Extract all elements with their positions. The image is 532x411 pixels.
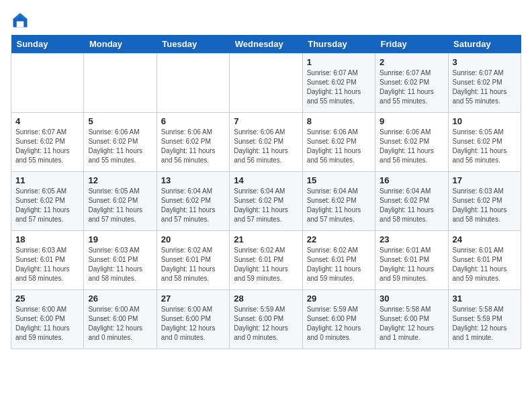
day-detail: Sunrise: 6:06 AM Sunset: 6:02 PM Dayligh… — [380, 128, 434, 164]
day-cell: 8Sunrise: 6:06 AM Sunset: 6:02 PM Daylig… — [302, 113, 375, 172]
day-cell: 7Sunrise: 6:06 AM Sunset: 6:02 PM Daylig… — [230, 113, 302, 172]
day-detail: Sunrise: 6:07 AM Sunset: 6:02 PM Dayligh… — [307, 69, 361, 105]
day-cell: 19Sunrise: 6:03 AM Sunset: 6:01 PM Dayli… — [84, 231, 157, 290]
day-detail: Sunrise: 6:00 AM Sunset: 6:00 PM Dayligh… — [15, 306, 70, 341]
day-number: 31 — [453, 293, 517, 304]
day-detail: Sunrise: 5:58 AM Sunset: 6:00 PM Dayligh… — [380, 306, 434, 341]
day-number: 27 — [161, 293, 225, 304]
day-detail: Sunrise: 5:58 AM Sunset: 5:59 PM Dayligh… — [453, 306, 507, 341]
header-cell-sunday: Sunday — [11, 35, 84, 54]
day-number: 7 — [234, 116, 298, 126]
day-number: 20 — [161, 234, 225, 244]
logo-icon — [11, 11, 30, 30]
day-cell: 3Sunrise: 6:07 AM Sunset: 6:02 PM Daylig… — [448, 54, 521, 113]
day-cell: 30Sunrise: 5:58 AM Sunset: 6:00 PM Dayli… — [375, 290, 448, 349]
day-detail: Sunrise: 6:02 AM Sunset: 6:01 PM Dayligh… — [161, 246, 216, 282]
day-number: 4 — [15, 116, 79, 126]
calendar-body: 1Sunrise: 6:07 AM Sunset: 6:02 PM Daylig… — [11, 54, 521, 349]
day-detail: Sunrise: 6:02 AM Sunset: 6:01 PM Dayligh… — [307, 246, 361, 282]
day-number: 26 — [88, 293, 152, 304]
day-cell: 12Sunrise: 6:05 AM Sunset: 6:02 PM Dayli… — [84, 172, 157, 231]
header-cell-tuesday: Tuesday — [157, 35, 229, 54]
day-cell: 23Sunrise: 6:01 AM Sunset: 6:01 PM Dayli… — [375, 231, 448, 290]
day-number: 6 — [161, 116, 225, 126]
day-number: 5 — [88, 116, 152, 126]
header-row: SundayMondayTuesdayWednesdayThursdayFrid… — [11, 35, 521, 54]
day-cell: 22Sunrise: 6:02 AM Sunset: 6:01 PM Dayli… — [302, 231, 375, 290]
day-number: 1 — [307, 57, 371, 67]
day-number: 15 — [307, 175, 371, 185]
logo — [11, 11, 32, 30]
day-number: 8 — [307, 116, 371, 126]
day-detail: Sunrise: 6:07 AM Sunset: 6:02 PM Dayligh… — [15, 128, 70, 164]
page-header — [11, 11, 521, 30]
day-number: 9 — [380, 116, 443, 126]
day-detail: Sunrise: 6:03 AM Sunset: 6:01 PM Dayligh… — [15, 246, 70, 282]
day-detail: Sunrise: 6:00 AM Sunset: 6:00 PM Dayligh… — [88, 306, 142, 341]
day-cell — [84, 54, 157, 113]
day-detail: Sunrise: 6:06 AM Sunset: 6:02 PM Dayligh… — [307, 128, 361, 164]
week-row-5: 25Sunrise: 6:00 AM Sunset: 6:00 PM Dayli… — [11, 290, 521, 349]
day-cell: 5Sunrise: 6:06 AM Sunset: 6:02 PM Daylig… — [84, 113, 157, 172]
day-detail: Sunrise: 5:59 AM Sunset: 6:00 PM Dayligh… — [307, 306, 361, 341]
header-cell-friday: Friday — [375, 35, 448, 54]
day-cell — [11, 54, 84, 113]
day-number: 30 — [380, 293, 443, 304]
day-detail: Sunrise: 6:02 AM Sunset: 6:01 PM Dayligh… — [234, 246, 288, 282]
day-cell: 4Sunrise: 6:07 AM Sunset: 6:02 PM Daylig… — [11, 113, 84, 172]
day-cell: 10Sunrise: 6:05 AM Sunset: 6:02 PM Dayli… — [448, 113, 521, 172]
day-detail: Sunrise: 6:06 AM Sunset: 6:02 PM Dayligh… — [161, 128, 216, 164]
day-cell: 13Sunrise: 6:04 AM Sunset: 6:02 PM Dayli… — [157, 172, 229, 231]
day-cell: 9Sunrise: 6:06 AM Sunset: 6:02 PM Daylig… — [375, 113, 448, 172]
day-cell: 14Sunrise: 6:04 AM Sunset: 6:02 PM Dayli… — [230, 172, 302, 231]
day-number: 16 — [380, 175, 443, 185]
day-detail: Sunrise: 6:01 AM Sunset: 6:01 PM Dayligh… — [380, 246, 434, 282]
day-number: 18 — [15, 234, 79, 244]
day-number: 28 — [234, 293, 298, 304]
day-number: 13 — [161, 175, 225, 185]
day-number: 21 — [234, 234, 298, 244]
day-cell: 29Sunrise: 5:59 AM Sunset: 6:00 PM Dayli… — [302, 290, 375, 349]
day-number: 3 — [453, 57, 517, 67]
day-cell — [157, 54, 229, 113]
day-detail: Sunrise: 6:05 AM Sunset: 6:02 PM Dayligh… — [453, 128, 507, 164]
week-row-4: 18Sunrise: 6:03 AM Sunset: 6:01 PM Dayli… — [11, 231, 521, 290]
day-detail: Sunrise: 6:04 AM Sunset: 6:02 PM Dayligh… — [234, 187, 288, 223]
day-number: 12 — [88, 175, 152, 185]
day-cell: 11Sunrise: 6:05 AM Sunset: 6:02 PM Dayli… — [11, 172, 84, 231]
day-detail: Sunrise: 6:03 AM Sunset: 6:01 PM Dayligh… — [88, 246, 142, 282]
day-cell: 21Sunrise: 6:02 AM Sunset: 6:01 PM Dayli… — [230, 231, 302, 290]
week-row-1: 1Sunrise: 6:07 AM Sunset: 6:02 PM Daylig… — [11, 54, 521, 113]
day-cell: 2Sunrise: 6:07 AM Sunset: 6:02 PM Daylig… — [375, 54, 448, 113]
header-cell-saturday: Saturday — [448, 35, 521, 54]
day-cell: 16Sunrise: 6:04 AM Sunset: 6:02 PM Dayli… — [375, 172, 448, 231]
day-detail: Sunrise: 6:06 AM Sunset: 6:02 PM Dayligh… — [88, 128, 142, 164]
day-cell: 17Sunrise: 6:03 AM Sunset: 6:02 PM Dayli… — [448, 172, 521, 231]
day-detail: Sunrise: 6:05 AM Sunset: 6:02 PM Dayligh… — [88, 187, 142, 223]
week-row-2: 4Sunrise: 6:07 AM Sunset: 6:02 PM Daylig… — [11, 113, 521, 172]
day-cell: 25Sunrise: 6:00 AM Sunset: 6:00 PM Dayli… — [11, 290, 84, 349]
day-detail: Sunrise: 6:07 AM Sunset: 6:02 PM Dayligh… — [453, 69, 507, 105]
day-detail: Sunrise: 6:04 AM Sunset: 6:02 PM Dayligh… — [307, 187, 361, 223]
day-number: 11 — [15, 175, 79, 185]
day-number: 29 — [307, 293, 371, 304]
calendar-table: SundayMondayTuesdayWednesdayThursdayFrid… — [11, 35, 521, 349]
day-number: 10 — [453, 116, 517, 126]
header-cell-monday: Monday — [84, 35, 157, 54]
day-cell — [230, 54, 302, 113]
day-cell: 27Sunrise: 6:00 AM Sunset: 6:00 PM Dayli… — [157, 290, 229, 349]
day-number: 14 — [234, 175, 298, 185]
day-cell: 24Sunrise: 6:01 AM Sunset: 6:01 PM Dayli… — [448, 231, 521, 290]
day-detail: Sunrise: 6:06 AM Sunset: 6:02 PM Dayligh… — [234, 128, 288, 164]
day-cell: 20Sunrise: 6:02 AM Sunset: 6:01 PM Dayli… — [157, 231, 229, 290]
day-cell: 18Sunrise: 6:03 AM Sunset: 6:01 PM Dayli… — [11, 231, 84, 290]
day-number: 2 — [380, 57, 443, 67]
day-cell: 31Sunrise: 5:58 AM Sunset: 5:59 PM Dayli… — [448, 290, 521, 349]
header-cell-thursday: Thursday — [302, 35, 375, 54]
svg-rect-2 — [17, 21, 24, 28]
day-detail: Sunrise: 6:00 AM Sunset: 6:00 PM Dayligh… — [161, 306, 216, 341]
day-detail: Sunrise: 5:59 AM Sunset: 6:00 PM Dayligh… — [234, 306, 288, 341]
day-cell: 1Sunrise: 6:07 AM Sunset: 6:02 PM Daylig… — [302, 54, 375, 113]
day-number: 25 — [15, 293, 79, 304]
day-detail: Sunrise: 6:03 AM Sunset: 6:02 PM Dayligh… — [453, 187, 507, 223]
